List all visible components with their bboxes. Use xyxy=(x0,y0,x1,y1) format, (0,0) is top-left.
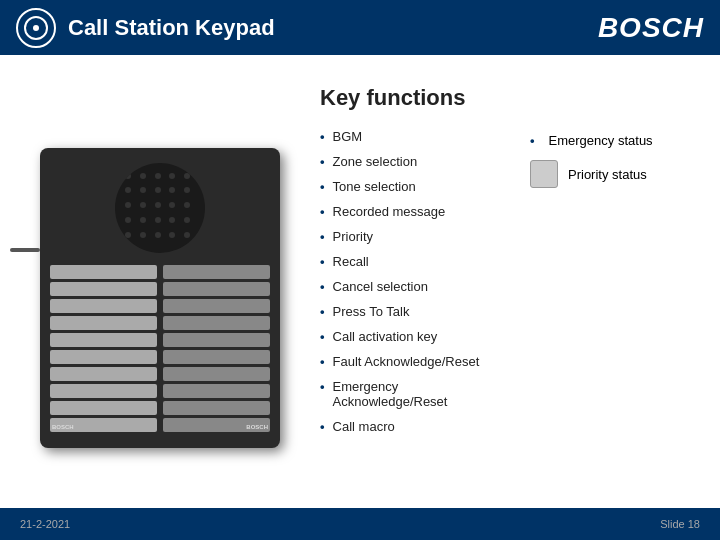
list-item: • Cancel selection xyxy=(320,279,510,294)
key-button[interactable] xyxy=(163,299,270,313)
key-button[interactable] xyxy=(50,299,157,313)
bullet-icon: • xyxy=(320,154,325,169)
key-button[interactable] xyxy=(50,316,157,330)
functions-area: Key functions • BGM • Zone selection • T… xyxy=(300,75,690,520)
cable xyxy=(10,248,40,252)
status-item-emergency: • Emergency status xyxy=(530,133,690,148)
function-label: BGM xyxy=(333,129,363,144)
logo-dot xyxy=(33,25,39,31)
key-button[interactable] xyxy=(50,384,157,398)
bullet-icon: • xyxy=(320,354,325,369)
function-label: Cancel selection xyxy=(333,279,428,294)
key-button[interactable] xyxy=(163,282,270,296)
logo-circle xyxy=(16,8,56,48)
key-button[interactable] xyxy=(50,367,157,381)
functions-list: • BGM • Zone selection • Tone selection … xyxy=(320,129,510,444)
emergency-status-label: Emergency status xyxy=(549,133,653,148)
key-button[interactable] xyxy=(163,384,270,398)
priority-status-label: Priority status xyxy=(568,167,647,182)
key-button[interactable] xyxy=(50,350,157,364)
main-content: BOSCH BOSCH Key functions • BGM • Zone s… xyxy=(0,55,720,540)
bullet-icon: • xyxy=(320,229,325,244)
bullet-icon: • xyxy=(320,204,325,219)
list-item: • Emergency Acknowledge/Reset xyxy=(320,379,510,409)
device-area: BOSCH BOSCH xyxy=(20,75,300,520)
keys-column-right xyxy=(163,265,270,433)
priority-indicator xyxy=(530,160,558,188)
bullet-icon: • xyxy=(320,419,325,434)
logo-inner xyxy=(24,16,48,40)
brand-logo: BOSCH xyxy=(598,12,704,44)
key-button[interactable] xyxy=(163,367,270,381)
footer: 21-2-2021 Slide 18 xyxy=(0,508,720,540)
function-label: Call activation key xyxy=(333,329,438,344)
function-label: Emergency Acknowledge/Reset xyxy=(333,379,510,409)
functions-content: • BGM • Zone selection • Tone selection … xyxy=(320,129,690,444)
function-label: Zone selection xyxy=(333,154,418,169)
key-button[interactable] xyxy=(50,282,157,296)
bullet-icon: • xyxy=(320,279,325,294)
function-label: Recorded message xyxy=(333,204,446,219)
function-label: Tone selection xyxy=(333,179,416,194)
footer-slide: Slide 18 xyxy=(660,518,700,530)
bullet-icon: • xyxy=(320,254,325,269)
keypad-area xyxy=(50,265,270,433)
footer-date: 21-2-2021 xyxy=(20,518,70,530)
bullet-icon: • xyxy=(320,379,325,394)
status-panel: • Emergency status Priority status xyxy=(530,129,690,444)
list-item: • Recall xyxy=(320,254,510,269)
device-label-right: BOSCH xyxy=(246,424,268,430)
bullet-icon: • xyxy=(320,329,325,344)
bullet-icon: • xyxy=(530,133,535,148)
bullet-icon: • xyxy=(320,179,325,194)
bullet-icon: • xyxy=(320,304,325,319)
status-item-priority: Priority status xyxy=(530,160,690,188)
keys-column-left xyxy=(50,265,157,433)
section-title: Key functions xyxy=(320,85,690,111)
key-button[interactable] xyxy=(163,316,270,330)
key-button[interactable] xyxy=(50,265,157,279)
key-button[interactable] xyxy=(163,401,270,415)
list-item: • Fault Acknowledge/Reset xyxy=(320,354,510,369)
list-item: • Priority xyxy=(320,229,510,244)
function-label: Recall xyxy=(333,254,369,269)
device-image: BOSCH BOSCH xyxy=(40,148,280,448)
list-item: • Recorded message xyxy=(320,204,510,219)
function-label: Press To Talk xyxy=(333,304,410,319)
key-button[interactable] xyxy=(163,350,270,364)
key-button[interactable] xyxy=(50,401,157,415)
key-button[interactable] xyxy=(163,265,270,279)
page-title: Call Station Keypad xyxy=(68,15,598,41)
header: Call Station Keypad BOSCH xyxy=(0,0,720,55)
key-button[interactable] xyxy=(50,333,157,347)
list-item: • Press To Talk xyxy=(320,304,510,319)
key-button[interactable] xyxy=(163,333,270,347)
list-item: • BGM xyxy=(320,129,510,144)
bullet-icon: • xyxy=(320,129,325,144)
speaker xyxy=(115,163,205,253)
speaker-grill xyxy=(125,173,195,243)
list-item: • Tone selection xyxy=(320,179,510,194)
function-label: Call macro xyxy=(333,419,395,434)
list-item: • Call macro xyxy=(320,419,510,434)
list-item: • Call activation key xyxy=(320,329,510,344)
function-label: Fault Acknowledge/Reset xyxy=(333,354,480,369)
list-item: • Zone selection xyxy=(320,154,510,169)
device-label-left: BOSCH xyxy=(52,424,74,430)
function-label: Priority xyxy=(333,229,373,244)
